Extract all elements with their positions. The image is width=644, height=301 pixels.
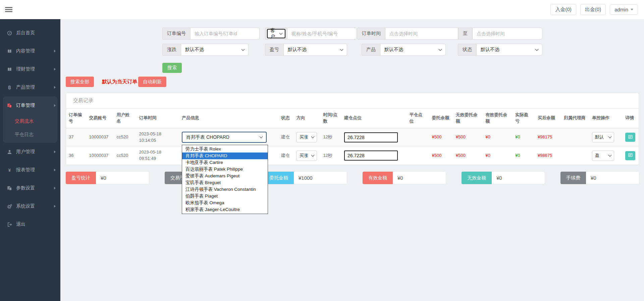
rise-fall-select[interactable]: 默认不选 <box>181 44 249 56</box>
open-point-input[interactable] <box>344 132 398 142</box>
cell-direction: 买涨 <box>293 146 320 165</box>
stat-value: ¥0 <box>492 172 545 184</box>
chevron-down-icon <box>340 47 343 51</box>
sidebar-item-7[interactable]: 参数设置 <box>0 179 60 197</box>
chevron-down-icon <box>260 135 263 138</box>
admin-menu[interactable]: admin <box>610 4 638 15</box>
deposit-button[interactable]: 入金(0) <box>550 4 576 15</box>
order-no-filter: 订单编号 <box>162 28 249 40</box>
sidebar-item-4[interactable]: 订单管理 <box>3 96 57 115</box>
cell-detail <box>623 146 639 165</box>
product-select[interactable]: 肖邦手表 CHOPARD劳力士手表 Rolex肖邦手表 CHOPARD卡地亚手表… <box>182 132 267 143</box>
column-header: 状态 <box>278 109 293 128</box>
cell-username: cc520 <box>114 128 137 146</box>
profit-select[interactable]: 默认不选 <box>283 44 347 56</box>
order-no-input[interactable] <box>190 28 260 40</box>
menu-toggle-icon[interactable] <box>5 6 12 13</box>
chevron-right-icon <box>54 86 56 89</box>
cell-detail <box>623 128 639 146</box>
sidebar-item-8[interactable]: 系统设置 <box>0 197 60 215</box>
status-select[interactable]: 默认不选 <box>476 44 542 56</box>
time-from-input[interactable] <box>385 28 458 40</box>
search-all-button[interactable]: 搜索全部 <box>66 77 94 87</box>
cell-direction: 买涨 <box>293 128 320 146</box>
time-to-input[interactable] <box>472 28 542 40</box>
cell-duration: 12秒 <box>320 128 341 146</box>
cell-status: 建仓 <box>278 128 293 146</box>
control-select[interactable]: 默认 <box>592 132 614 142</box>
cell-duration: 12秒 <box>320 146 341 165</box>
product-option[interactable]: 宝玑手表 Breguet <box>182 179 268 186</box>
detail-button[interactable] <box>625 133 635 142</box>
column-header: 买后余额 <box>535 109 561 128</box>
sidebar-item-5[interactable]: 用户管理 <box>0 143 60 161</box>
product-option[interactable]: 欧米茄手表 Omega <box>182 200 268 206</box>
product-option[interactable]: 百达翡丽手表 Patek Philippe <box>182 166 268 173</box>
trade-records-table: 订单编号交易账号用户姓名订单时间产品信息状态方向时间/点数建仓点位平仓点位委托余… <box>66 109 639 165</box>
withdraw-button[interactable]: 出金(0) <box>580 4 606 15</box>
cell-invalid-entrust: ¥500 <box>453 146 483 165</box>
product-option[interactable]: 江诗丹顿手表 Vacheron Constantin <box>182 186 268 193</box>
product-option[interactable]: 伯爵手表 Piaget <box>182 193 268 200</box>
column-header: 建仓点位 <box>341 109 407 128</box>
sidebar-item-1[interactable]: 内容管理 <box>0 42 60 60</box>
cell-agent <box>561 146 589 165</box>
main-content: 订单编号 客户 订单时间 至 <box>60 19 644 301</box>
chevron-down-icon <box>535 47 539 51</box>
direction-select[interactable]: 买涨 <box>296 150 317 161</box>
default-today-note: 默认为当天订单 <box>102 79 137 85</box>
sidebar-item-2[interactable]: 理财管理 <box>0 60 60 78</box>
product-option[interactable]: 肖邦手表 CHOPARD <box>182 153 268 159</box>
table-row: 3610000037cc5202023-05-18 09:51:49肖邦手表 C… <box>66 146 639 165</box>
sidebar-subitem-1[interactable]: 平仓日志 <box>3 128 57 141</box>
cell-account: 10000037 <box>87 128 114 146</box>
cell-open-point <box>341 146 407 165</box>
order-no-label: 订单编号 <box>162 28 190 40</box>
column-header: 实际盈亏 <box>513 109 535 128</box>
product-option[interactable]: 爱彼手表 Audemars Pigeut <box>182 173 268 179</box>
sidebar-item-0[interactable]: 后台首页 <box>0 24 60 42</box>
cell-valid-entrust: ¥0 <box>483 146 513 165</box>
cell-account: 10000037 <box>87 146 114 165</box>
client-search-input[interactable] <box>287 28 357 40</box>
cell-entrust-balance: ¥500 <box>429 146 453 165</box>
cell-order-id: 37 <box>66 128 87 146</box>
detail-icon <box>628 153 633 159</box>
sidebar-item-3[interactable]: B产品管理 <box>0 78 60 96</box>
cell-control: 默认 <box>589 128 623 146</box>
product-option[interactable]: 积家手表 Jaeger-LeCoultre <box>182 206 268 213</box>
panel-title: 交易记录 <box>66 93 639 109</box>
stat-group: 无效金额¥0 <box>462 172 545 184</box>
client-type-select[interactable]: 客户 <box>267 29 285 38</box>
stat-group: 盈亏统计¥0 <box>66 172 149 184</box>
sidebar-item-6[interactable]: ¥报表管理 <box>0 161 60 179</box>
control-select[interactable]: 盈 <box>592 150 614 161</box>
column-header: 有效委托余额 <box>483 109 513 128</box>
product-option[interactable]: 卡地亚手表 Cartire <box>182 159 268 166</box>
chevron-right-icon <box>54 169 56 171</box>
caret-down-icon <box>631 9 633 10</box>
cell-valid-entrust: ¥0 <box>483 128 513 146</box>
svg-text:¥: ¥ <box>8 168 11 173</box>
cell-invalid-entrust: ¥500 <box>453 128 483 146</box>
open-point-input[interactable] <box>344 150 398 161</box>
detail-icon <box>628 134 633 140</box>
direction-select[interactable]: 买涨 <box>296 132 317 142</box>
cell-username: cc520 <box>114 146 137 165</box>
product-filter-select[interactable]: 默认不选 <box>380 44 446 56</box>
detail-button[interactable] <box>625 151 635 160</box>
logout-icon <box>7 222 12 227</box>
column-header: 无效委托余额 <box>453 109 483 128</box>
auto-refresh-button[interactable]: 自动刷新 <box>138 77 166 87</box>
column-header: 用户姓名 <box>114 109 137 128</box>
sidebar-subitem-0[interactable]: 交易流水 <box>3 115 57 128</box>
order-time-label: 订单时间 <box>357 28 385 40</box>
search-button[interactable]: 搜索 <box>162 63 182 73</box>
column-header: 订单时间 <box>137 109 179 128</box>
stat-value: ¥0 <box>393 172 446 184</box>
profit-filter: 盈亏 默认不选 <box>265 44 347 56</box>
sidebar-item-9[interactable]: 退出 <box>0 215 60 233</box>
product-option[interactable]: 劳力士手表 Rolex <box>182 146 268 153</box>
chevron-down-icon <box>241 47 245 51</box>
chevron-right-icon <box>54 187 56 189</box>
